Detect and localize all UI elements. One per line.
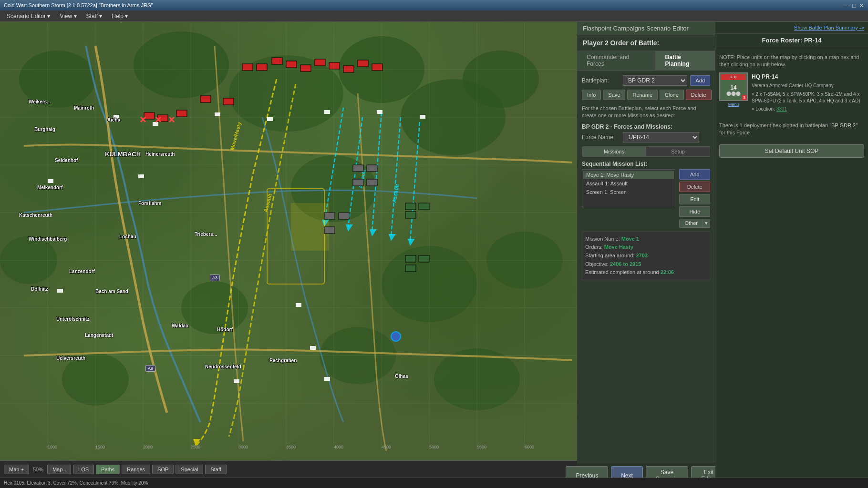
show-battle-plan-link[interactable]: Show Battle Plan Summary -> <box>715 22 868 34</box>
svg-rect-53 <box>358 60 368 67</box>
battleplan-select[interactable]: BP GDR 2 BP GDR 3 <box>623 75 687 86</box>
town-unterolschnitz: Unterölschnitz <box>56 316 89 322</box>
unit-badge: S <box>742 95 747 100</box>
svg-rect-48 <box>286 61 297 68</box>
unit-name: HQ PR-14 <box>752 72 864 81</box>
force-name-select[interactable]: 1/PR-14 <box>623 132 699 142</box>
map-container[interactable]: Move/Hasty Assault Assault Assault <box>0 22 577 468</box>
town-uelversreuth: Uelversreuth <box>56 356 85 361</box>
mission-tab-setup[interactable]: Setup <box>646 147 710 156</box>
svg-rect-35 <box>324 110 330 114</box>
unit-location-value[interactable]: 3301 <box>776 106 787 112</box>
menu-view[interactable]: View ▾ <box>55 12 81 20</box>
town-burghaig: Burghaig <box>34 127 55 132</box>
svg-marker-23 <box>408 239 415 246</box>
menu-scenario-editor[interactable]: Scenario Editor ▾ <box>2 12 55 20</box>
svg-point-6 <box>291 155 377 222</box>
objective-row: Objective: 2406 to 2915 <box>585 260 707 269</box>
town-neudrossenfeld: Neudrossenfeld <box>205 364 241 369</box>
mission-item-move[interactable]: Move 1: Move Hasty <box>583 171 674 179</box>
mission-delete-btn[interactable]: Delete <box>679 182 710 192</box>
completion-row: Estimated completion at around 22:06 <box>585 268 707 277</box>
forces-missions-title: BP GDR 2 - Forces and Missions: <box>582 123 710 130</box>
svg-marker-22 <box>389 234 396 241</box>
map-zoom-out-btn[interactable]: Map - <box>47 465 71 474</box>
town-melkendorf: Melkendorf <box>37 185 62 190</box>
delete-battleplan-btn[interactable]: Delete <box>686 90 712 100</box>
objective-value: 2406 to 2915 <box>610 261 641 267</box>
town-kulmbach: KULMBACH <box>105 151 141 158</box>
unit-location: » Location: 3301 <box>752 105 864 112</box>
svg-text:5500: 5500 <box>477 445 486 449</box>
svg-marker-20 <box>346 224 353 232</box>
unit-number: 14 <box>730 84 736 91</box>
mission-edit-btn[interactable]: Edit <box>679 194 710 204</box>
svg-text:Move/Hasty: Move/Hasty <box>229 121 242 151</box>
set-default-sop-btn[interactable]: Set Default Unit SOP <box>719 144 864 158</box>
mission-tab-missions[interactable]: Missions <box>582 147 646 156</box>
clone-btn[interactable]: Clone <box>660 90 684 100</box>
close-btn[interactable]: ✕ <box>859 2 864 9</box>
svg-rect-77 <box>419 255 429 262</box>
unit-menu-btn[interactable]: Menu <box>728 102 739 107</box>
special-btn[interactable]: Special <box>176 465 203 474</box>
town-langenstadt: Langenstadt <box>85 333 113 338</box>
svg-rect-74 <box>419 203 429 210</box>
svg-rect-45 <box>242 64 253 71</box>
svg-text:1000: 1000 <box>48 445 57 449</box>
instruction-text: For the chosen Battleplan, select each F… <box>582 105 710 120</box>
info-btn[interactable]: Info <box>582 90 601 100</box>
rename-btn[interactable]: Rename <box>627 90 658 100</box>
mission-item-assault[interactable]: Assault 1: Assault <box>583 179 674 188</box>
svg-rect-66 <box>353 165 363 172</box>
maximize-btn[interactable]: □ <box>852 2 856 9</box>
map-zoom-in-btn[interactable]: Map + <box>4 465 29 474</box>
menu-staff[interactable]: Staff ▾ <box>82 12 107 20</box>
other-dropdown-arrow[interactable]: ▾ <box>703 219 710 227</box>
svg-rect-31 <box>114 115 119 119</box>
add-battleplan-btn[interactable]: Add <box>690 75 710 86</box>
svg-rect-75 <box>405 212 416 218</box>
svg-point-12 <box>320 327 396 384</box>
staff-toolbar-btn[interactable]: Staff <box>205 465 226 474</box>
svg-rect-69 <box>367 179 377 186</box>
svg-point-9 <box>486 232 563 289</box>
mission-hide-btn[interactable]: Hide <box>679 206 710 217</box>
svg-text:Assault: Assault <box>262 193 273 213</box>
town-mainroth: Mainroth <box>74 105 94 111</box>
svg-text:5000: 5000 <box>429 445 439 449</box>
ranges-btn[interactable]: Ranges <box>122 465 150 474</box>
town-bach: Bach am Sand <box>95 289 128 294</box>
svg-rect-55 <box>200 96 211 102</box>
mission-orders-row: Orders: Move Hasty <box>585 243 707 252</box>
svg-line-17 <box>391 117 401 236</box>
svg-line-15 <box>348 117 362 227</box>
minimize-btn[interactable]: — <box>843 2 849 9</box>
sop-btn[interactable]: SOP <box>152 465 174 474</box>
tab-commander-forces[interactable]: Commander and Forces <box>577 51 656 70</box>
svg-point-11 <box>62 353 129 406</box>
svg-rect-32 <box>153 122 158 126</box>
save-btn[interactable]: Save <box>603 90 625 100</box>
unit-icon-label: L H <box>731 75 737 79</box>
svg-rect-38 <box>48 179 53 183</box>
other-btn[interactable]: Other <box>680 219 703 227</box>
svg-point-3 <box>339 36 424 103</box>
svg-line-65 <box>169 117 174 122</box>
mission-item-screen[interactable]: Screen 1: Screen <box>583 188 674 196</box>
los-btn[interactable]: LOS <box>73 465 94 474</box>
svg-rect-39 <box>138 174 144 178</box>
svg-rect-33 <box>215 112 220 116</box>
oob-title: Player 2 Order of Battle: <box>577 35 715 51</box>
menu-help[interactable]: Help ▾ <box>107 12 133 20</box>
mission-add-btn[interactable]: Add <box>679 169 710 180</box>
objective-label: Objective: <box>585 261 610 267</box>
svg-rect-44 <box>324 377 330 381</box>
tab-battle-planning[interactable]: Battle Planning <box>656 51 715 70</box>
mission-buttons: Add Delete Edit Hide Other ▾ <box>679 169 710 228</box>
paths-btn[interactable]: Paths <box>96 465 120 474</box>
main-tabs: Commander and Forces Battle Planning <box>577 51 715 71</box>
svg-rect-43 <box>310 346 316 350</box>
force-name-label: Force Name: <box>582 134 620 141</box>
svg-point-2 <box>229 55 343 132</box>
